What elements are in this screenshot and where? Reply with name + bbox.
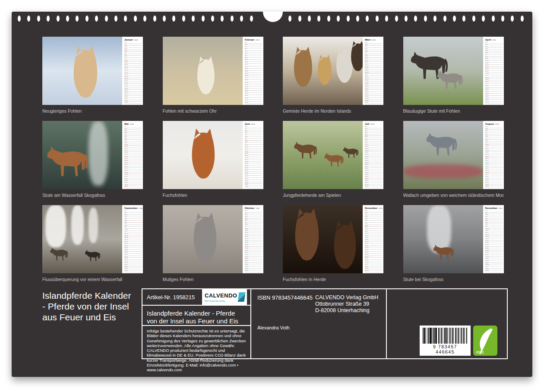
day-list: Mo 1Di 2Mi 3Do 4Fr 5Sa 6So 7Mo 8Di 9Mi 1… [245,126,262,188]
calvendo-logo-text: CALVENDO [205,292,237,299]
binding-hole [376,16,379,22]
day-list: Do 1Fr 2Sa 3So 4Mo 5Di 6Mi 7Do 8Fr 9Sa 1… [245,210,262,272]
article-number: Artikel-Nr. 1958215 [147,294,195,300]
month-sheet: Dezember 2026 Di 1Mi 2Do 3Fr 4Sa 5So 6Mo… [403,205,504,273]
month-title: Dezember 2026 [485,207,503,209]
photo-caption: Blauäugige Stute mit Fohlen [403,108,504,114]
month-title: Oktober 2026 [245,207,262,209]
date-column: Februar 2026 So 1Mo 2Di 3Mi 4Do 5Fr 6Sa … [243,37,263,105]
day-list: So 1Mo 2Di 3Mi 4Do 5Fr 6Sa 7So 8Mo 9Di 1… [245,42,262,104]
month-title: August 2026 [485,123,503,125]
binding-hole [433,16,436,22]
binding-hole [317,16,320,22]
day-row: Sa 28 [245,102,262,104]
photo-caption: Stute am Wasserfall Skogafoss [42,193,143,198]
horse-silhouette-icon [63,45,104,99]
month-sheet: Oktober 2026 Do 1Fr 2Sa 3So 4Mo 5Di 6Mi … [163,205,263,273]
month-title: Februar 2026 [245,38,262,41]
horse-photo [283,121,363,189]
isbn-number: ISBN 9783457446645 [257,294,313,314]
article-number-row: Artikel-Nr. 1958215 CALVENDO Mein Kalend… [142,289,250,306]
binding-hole [57,16,60,22]
date-column: Juni 2026 Mo 1Di 2Mi 3Do 4Fr 5Sa 6So 7Mo… [243,121,263,189]
barcode-bars-icon [423,328,468,344]
month-card: August 2026 Sa 1So 2Mo 3Di 4Mi 5Do 6Fr 7… [403,121,504,198]
month-sheet: September 2026 Di 1Mi 2Do 3Fr 4Sa 5So 6M… [42,205,143,273]
binding-hole [414,16,417,22]
binding-hole [172,16,175,22]
month-sheet: Juni 2026 Mo 1Di 2Mi 3Do 4Fr 5Sa 6So 7Mo… [163,121,263,189]
day-list: Fr 1Sa 2So 3Mo 4Di 5Mi 6Do 7Fr 8Sa 9So 1… [124,126,142,188]
binding-hole [337,16,340,22]
publisher-address: CALVENDO Verlag GmbH Ottobrunner Straße … [315,294,380,314]
day-row: Mo 30 [365,270,382,272]
binding-hole [395,16,398,22]
date-column: Januar 2026 Do 1Fr 2Sa 3So 4Mo 5Di 6Mi 7… [122,37,143,105]
photo-highlight-band [45,205,66,247]
month-sheet: Februar 2026 So 1Mo 2Di 3Mi 4Do 5Fr 6Sa … [163,37,263,105]
calendar-back-page: Januar 2026 Do 1Fr 2Sa 3So 4Mo 5Di 6Mi 7… [12,12,532,377]
calendar-title: Islandpferde Kalender - Pferde von der I… [42,290,135,322]
binding-hole [327,16,330,22]
horse-photo [42,121,122,189]
day-row: Do 31 [485,270,503,272]
binding-hole [66,16,69,22]
month-title: Januar 2026 [124,38,142,41]
binding-hole [202,16,205,22]
month-card: November 2026 So 1Mo 2Di 3Mi 4Do 5Fr 6Sa… [283,205,383,282]
binding-hole [385,16,388,22]
day-list: Mi 1Do 2Fr 3Sa 4So 5Mo 6Di 7Mi 8Do 9Fr 1… [365,126,382,188]
calvendo-book-icon [237,292,245,302]
date-column: November 2026 So 1Mo 2Di 3Mi 4Do 5Fr 6Sa… [363,205,383,273]
month-title: Juni 2026 [245,123,262,125]
imprint-right-column: 9 783457 446645 eco [387,289,507,358]
day-list: So 1Mo 2Di 3Mi 4Do 5Fr 6Sa 7So 8Mo 9Di 1… [365,210,382,272]
day-row: Sa 31 [124,102,142,104]
horse-silhouette-icon [190,56,220,95]
binding-hole [250,16,253,22]
horse-silhouette-icon [345,41,363,72]
month-card: Mai 2026 Fr 1Sa 2So 3Mo 4Di 5Mi 6Do 7Fr … [42,121,143,198]
horse-photo [403,37,483,105]
month-card: Juni 2026 Mo 1Di 2Mi 3Do 4Fr 5Sa 6So 7Mo… [163,121,263,198]
month-card: März 2026 So 1Mo 2Di 3Mi 4Do 5Fr 6Sa 7So… [283,37,383,114]
photo-highlight-band [89,208,98,243]
day-list: Do 1Fr 2Sa 3So 4Mo 5Di 6Mi 7Do 8Fr 9Sa 1… [124,42,142,104]
horse-silhouette-icon [183,212,224,264]
ean-barcode: 9 783457 446645 [420,326,471,356]
binding-hole [211,16,214,22]
binding-hole [134,16,137,22]
binding-hole [424,16,427,22]
horse-photo [283,205,363,273]
binding-hole [95,16,98,22]
binding-hole [27,16,30,22]
horse-silhouette-icon [435,68,467,90]
binding-hole [356,16,359,22]
author-name: Alexandra Voth [257,325,380,330]
photo-caption: Fuchsfohlen [163,193,263,198]
month-title: November 2026 [365,207,382,209]
binding-hole [511,16,514,22]
month-sheet: Juli 2026 Mi 1Do 2Fr 3Sa 4So 5Mo 6Di 7Mi… [283,121,383,189]
binding-hole [163,16,166,22]
binding-hole [443,16,446,22]
barcode-number: 9 783457 446645 [423,344,468,354]
horse-silhouette-icon [432,243,457,261]
day-row: Mo 31 [485,186,503,188]
month-grid: Januar 2026 Do 1Fr 2Sa 3So 4Mo 5Di 6Mi 7… [42,37,504,282]
date-column: Juli 2026 Mi 1Do 2Fr 3Sa 4So 5Mo 6Di 7Mi… [363,121,383,189]
binding-hole [366,16,369,22]
binding-hole [37,16,40,22]
month-title: April 2026 [485,38,503,41]
date-column: August 2026 Sa 1So 2Mo 3Di 4Mi 5Do 6Fr 7… [483,121,504,189]
month-card: Februar 2026 So 1Mo 2Di 3Mi 4Do 5Fr 6Sa … [163,37,263,114]
month-sheet: Januar 2026 Do 1Fr 2Sa 3So 4Mo 5Di 6Mi 7… [42,37,143,105]
horse-silhouette-icon [292,140,321,160]
photo-caption: Neugieriges Fohlen [42,108,143,114]
binding-hole [105,16,108,22]
month-card: Juli 2026 Mi 1Do 2Fr 3Sa 4So 5Mo 6Di 7Mi… [283,121,383,198]
day-row: Di 31 [365,102,382,104]
day-row: Fr 31 [365,186,382,188]
horse-silhouette-icon [84,249,103,262]
date-column: Dezember 2026 Di 1Mi 2Do 3Fr 4Sa 5So 6Mo… [483,205,504,273]
